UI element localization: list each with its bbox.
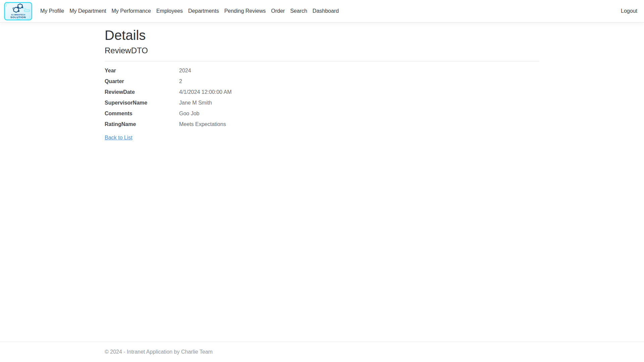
nav-item-pending-reviews[interactable]: Pending Reviews [222,4,269,18]
details-list: Year 2024 Quarter 2 ReviewDate 4/1/2024 … [105,67,539,128]
back-link-row: Back to List [105,134,539,142]
page-header: ALUMNISTECH SOLUTION My Profile My Depar… [0,0,644,22]
field-label-quarter: Quarter [105,77,179,85]
main-container: Details ReviewDTO Year 2024 Quarter 2 Re… [101,27,543,150]
nav-item-departments[interactable]: Departments [185,4,222,18]
nav-item-my-performance[interactable]: My Performance [109,4,154,18]
field-value-quarter: 2 [179,77,539,85]
footer-copyright-text: © 2024 - Intranet Application by Charlie… [105,349,213,355]
navbar-brand-logo[interactable]: ALUMNISTECH SOLUTION [4,2,32,20]
field-value-reviewdate: 4/1/2024 12:00:00 AM [179,88,539,96]
details-section: ReviewDTO Year 2024 Quarter 2 ReviewDate… [105,46,539,128]
field-value-supervisorname: Jane M Smith [179,99,539,107]
field-label-ratingname: RatingName [105,120,179,128]
field-label-year: Year [105,67,179,75]
nav-item-order[interactable]: Order [268,4,287,18]
field-label-reviewdate: ReviewDate [105,88,179,96]
nav-item-my-profile[interactable]: My Profile [38,4,67,18]
divider [105,61,539,61]
main-nav-list: My Profile My Department My Performance … [38,4,341,18]
page-title: Details [105,27,539,43]
back-to-list-link[interactable]: Back to List [105,135,132,140]
company-logo-icon: ALUMNISTECH SOLUTION [4,2,32,20]
nav-item-my-department[interactable]: My Department [67,4,109,18]
field-value-year: 2024 [179,67,539,75]
footer: © 2024 - Intranet Application by Charlie… [0,342,644,362]
field-value-comments: Goo Job [179,110,539,118]
nav-item-dashboard[interactable]: Dashboard [310,4,341,18]
nav-item-search[interactable]: Search [287,4,310,18]
nav-item-employees[interactable]: Employees [154,4,185,18]
field-label-supervisorname: SupervisorName [105,99,179,107]
nav-right-section: Logout [618,4,640,18]
svg-text:SOLUTION: SOLUTION [10,15,26,18]
main-content: Details ReviewDTO Year 2024 Quarter 2 Re… [105,27,539,150]
nav-item-logout[interactable]: Logout [618,4,640,18]
field-label-comments: Comments [105,110,179,118]
field-value-ratingname: Meets Expectations [179,120,539,128]
section-subtitle: ReviewDTO [105,46,539,56]
footer-container: © 2024 - Intranet Application by Charlie… [101,342,543,362]
top-navbar: ALUMNISTECH SOLUTION My Profile My Depar… [0,0,644,22]
